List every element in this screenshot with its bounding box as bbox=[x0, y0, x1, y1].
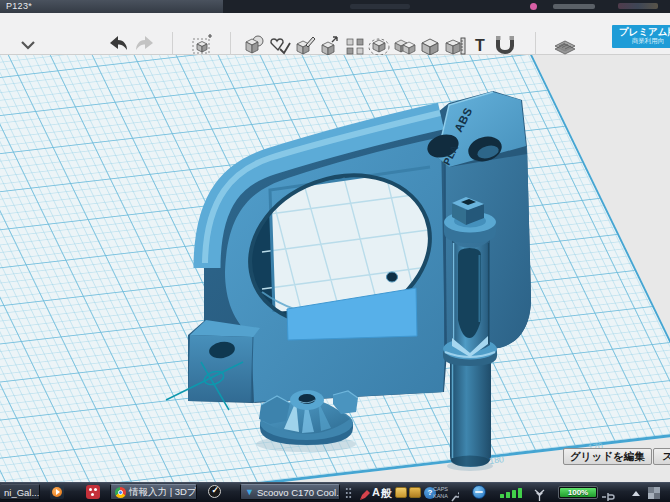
edit-grid-button[interactable]: グリッドを編集 bbox=[563, 448, 652, 465]
taskbar-item-gallery[interactable]: ni_Gal... bbox=[0, 484, 40, 500]
scoovo-logo-icon: ▼ bbox=[245, 488, 254, 497]
battery-indicator[interactable]: 100% bbox=[558, 486, 598, 499]
background-window-artifact bbox=[530, 3, 537, 10]
bluetooth-tray-icon[interactable] bbox=[472, 485, 486, 499]
viewport-3d[interactable]: PLA ABS bbox=[0, 55, 670, 482]
model-canvas: PLA ABS bbox=[0, 55, 670, 482]
antivirus-tray-icon[interactable]: ✓ bbox=[208, 485, 221, 498]
premium-label: プレミアム版 bbox=[612, 27, 670, 37]
document-tab[interactable]: P123* bbox=[0, 0, 223, 13]
toolbar: T プレミアム版 商業利用向 bbox=[0, 13, 670, 55]
background-window-artifact bbox=[618, 3, 658, 9]
app-window: P123* bbox=[0, 0, 670, 502]
show-hidden-icons-button[interactable] bbox=[632, 491, 640, 496]
menu-chevron-icon[interactable] bbox=[15, 39, 41, 51]
model-wing-knob[interactable] bbox=[256, 390, 358, 452]
taskbar-grip-handle[interactable] bbox=[345, 487, 352, 499]
desktop-grid-icon[interactable] bbox=[648, 487, 660, 499]
premium-sublabel: 商業利用向 bbox=[612, 38, 670, 45]
snap-button[interactable]: スナ bbox=[653, 448, 670, 465]
signal-strength-icon[interactable] bbox=[498, 486, 528, 499]
ime-caps-kana-indicator[interactable]: CAPS KANA bbox=[433, 486, 448, 500]
taskbar: ni_Gal... 情報入力 | 3Dプリ... ✓ ▼ Scoovo C170… bbox=[0, 482, 670, 502]
play-icon bbox=[56, 489, 60, 495]
task-label: ni_Gal... bbox=[4, 487, 39, 498]
task-label: Scoovo C170 Cool... bbox=[257, 487, 340, 498]
premium-upgrade-button[interactable]: プレミアム版 商業利用向 bbox=[612, 25, 670, 48]
power-plug-icon[interactable] bbox=[602, 488, 615, 502]
ime-pad-icon[interactable] bbox=[395, 487, 407, 498]
chrome-icon bbox=[115, 487, 126, 498]
text-tool-glyph: T bbox=[467, 35, 493, 57]
red-app-tray-icon[interactable] bbox=[86, 485, 100, 499]
small-screw-hole bbox=[387, 272, 398, 282]
red-app-pattern bbox=[89, 488, 92, 491]
caps-label: CAPS bbox=[433, 486, 448, 493]
ime-conversion-mode[interactable]: 般 bbox=[381, 486, 392, 501]
media-player-tray-icon[interactable] bbox=[50, 485, 64, 499]
taskbar-item-scoovo[interactable]: ▼ Scoovo C170 Cool... bbox=[240, 484, 340, 500]
ime-dictionary-icon[interactable] bbox=[409, 487, 421, 498]
wireless-antenna-icon[interactable] bbox=[534, 487, 545, 502]
background-window-artifact bbox=[350, 4, 410, 9]
check-icon: ✓ bbox=[212, 485, 220, 495]
document-title: P123* bbox=[6, 1, 32, 11]
ime-input-mode[interactable]: A bbox=[372, 486, 380, 498]
kana-label: KANA bbox=[433, 493, 448, 500]
grid-dimension-label: 180 bbox=[488, 454, 504, 466]
rod-slot bbox=[458, 248, 481, 338]
title-bar: P123* bbox=[0, 0, 670, 13]
taskbar-item-chrome-3dprint[interactable]: 情報入力 | 3Dプリ... bbox=[110, 484, 197, 500]
ime-tools-wrench-icon[interactable] bbox=[450, 488, 459, 502]
ime-pen-icon[interactable] bbox=[359, 487, 370, 502]
task-label: 情報入力 | 3Dプリ... bbox=[129, 486, 197, 499]
battery-percent: 100% bbox=[559, 487, 597, 498]
background-window-artifact bbox=[553, 4, 595, 9]
tray-icon-detail bbox=[475, 491, 483, 493]
